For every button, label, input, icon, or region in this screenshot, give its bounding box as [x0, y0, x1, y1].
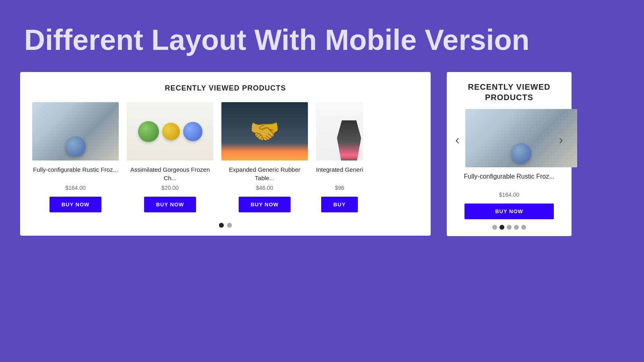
ball-yellow — [162, 123, 180, 140]
small-carousel: RECENTLY VIEWED PRODUCTS ‹ › Fully-confi… — [447, 72, 572, 236]
small-buy-now-button[interactable]: BUY NOW — [464, 204, 554, 219]
product-card-3: Expanded Generic Rubber Table... $46.00 … — [217, 102, 312, 216]
carousel-dots-large — [28, 223, 423, 228]
product-card-2: Assimilated Gorgeous Frozen Ch... $20.00… — [123, 102, 217, 216]
product-card-4: Integrated Generi $96 BUY — [312, 102, 367, 216]
small-dot-2[interactable] — [500, 225, 504, 230]
products-row: Fully-configurable Rustic Froz... $164.0… — [28, 102, 423, 216]
small-carousel-prev-arrow[interactable]: ‹ — [455, 132, 460, 147]
buy-now-button-3[interactable]: BUY NOW — [239, 197, 291, 212]
product-name-1: Fully-configurable Rustic Froz... — [32, 165, 119, 182]
small-dot-5[interactable] — [521, 225, 526, 230]
product-image-3 — [221, 102, 308, 160]
large-carousel-title: RECENTLY VIEWED PRODUCTS — [28, 84, 423, 93]
dot-2[interactable] — [227, 223, 232, 228]
product-price-2: $20.00 — [127, 185, 213, 191]
buy-now-button-2[interactable]: BUY NOW — [144, 197, 196, 212]
content-area: RECENTLY VIEWED PRODUCTS Fully-configura… — [0, 72, 644, 256]
small-buy-button-container: BUY NOW — [453, 204, 565, 219]
product-name-3: Expanded Generic Rubber Table... — [221, 165, 308, 182]
small-carousel-next-arrow[interactable]: › — [559, 132, 563, 147]
small-product-name: Fully-configurable Rustic Froz... — [453, 172, 565, 189]
large-carousel: RECENTLY VIEWED PRODUCTS Fully-configura… — [20, 72, 431, 236]
product-image-1 — [32, 102, 119, 160]
small-carousel-content: ‹ › — [453, 109, 565, 167]
product-price-4: $96 — [316, 185, 363, 191]
small-carousel-title: RECENTLY VIEWED PRODUCTS — [453, 82, 565, 103]
small-carousel-dots — [453, 225, 565, 230]
small-dot-3[interactable] — [507, 225, 512, 230]
buy-now-button-1[interactable]: BUY NOW — [50, 197, 102, 212]
product-name-2: Assimilated Gorgeous Frozen Ch... — [127, 165, 213, 182]
product-price-3: $46.00 — [221, 185, 308, 191]
product-card-1: Fully-configurable Rustic Froz... $164.0… — [28, 102, 123, 216]
ball-blue — [183, 122, 202, 141]
small-product-price: $164.00 — [453, 191, 565, 198]
product-image-2 — [127, 102, 213, 160]
small-dot-1[interactable] — [492, 225, 497, 230]
ball-green — [138, 121, 159, 142]
product-price-1: $164.00 — [32, 185, 119, 191]
product-image-4 — [316, 102, 363, 160]
buy-now-button-4[interactable]: BUY — [321, 197, 357, 212]
dot-1[interactable] — [219, 223, 224, 228]
small-dot-4[interactable] — [514, 225, 519, 230]
page-title: Different Layout With Mobile Version — [0, 0, 644, 72]
product-name-4: Integrated Generi — [316, 165, 363, 182]
